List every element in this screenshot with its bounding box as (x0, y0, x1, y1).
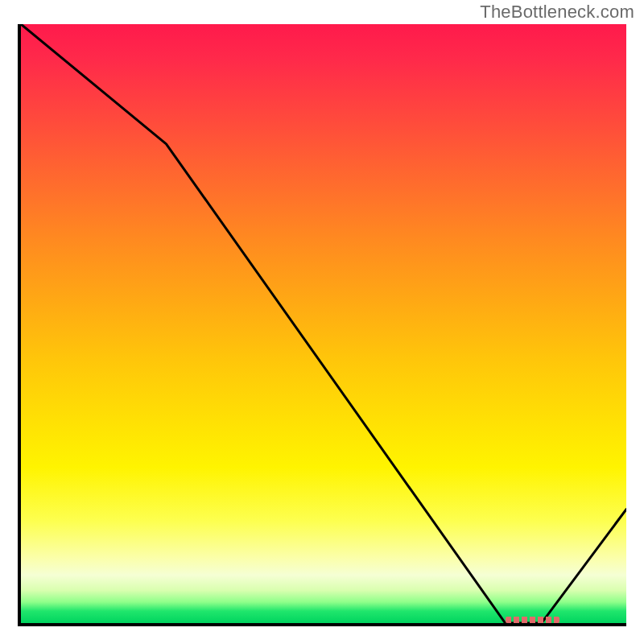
curve-svg (21, 24, 626, 623)
chart-wrapper: TheBottleneck.com (0, 0, 644, 644)
plot-area (18, 24, 626, 626)
bottleneck-curve-path (21, 24, 626, 623)
attribution-text: TheBottleneck.com (480, 2, 634, 23)
optimal-range-marker (506, 617, 560, 623)
